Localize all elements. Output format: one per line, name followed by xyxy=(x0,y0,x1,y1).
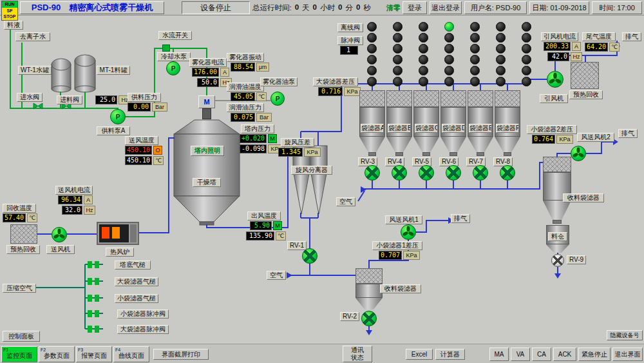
transport-fan-2[interactable] xyxy=(571,146,586,161)
tower-light-button[interactable]: 塔内照明 xyxy=(191,146,224,156)
supply-air-temp-unit: ℃ xyxy=(153,156,164,165)
bag-filter-unit: 袋滤器D RV-6 xyxy=(440,90,466,193)
bag-filter-unit: 袋滤器A RV-3 xyxy=(359,90,385,193)
supply-fan[interactable] xyxy=(52,227,67,242)
offline-valve-label: 离线阀 xyxy=(337,23,363,32)
rotary-valve[interactable] xyxy=(446,165,461,181)
valve-state-indicator xyxy=(419,22,428,32)
air-inlet-label-2: 空气 xyxy=(336,197,355,206)
hide-device-number-button[interactable]: 隐藏设备号 xyxy=(607,330,643,340)
tab-label: 参数页面 xyxy=(39,351,74,360)
preheat-recovery-1 xyxy=(10,224,37,244)
air-hammer-valve-icon[interactable] xyxy=(88,295,99,302)
bag-filter-cone xyxy=(413,137,439,152)
bag-filter-label: 袋滤器F xyxy=(496,124,519,133)
cyclone-label: 旋风分离器 xyxy=(291,166,332,175)
stop-state: STOP xyxy=(2,14,17,20)
fan-icon xyxy=(547,72,563,87)
valve-state-indicator xyxy=(419,66,428,75)
runtime-days: 0 xyxy=(295,3,299,13)
atomizer-current-value: 176.00 xyxy=(192,68,219,77)
emergency-stop-button[interactable]: 紧急停止 xyxy=(578,348,611,361)
tab-label: 报警页面 xyxy=(77,351,111,360)
valve-state-indicator xyxy=(496,33,506,43)
calculator-button[interactable]: 计算器 xyxy=(435,349,465,360)
login-button[interactable]: 登录 xyxy=(402,1,427,14)
exit-button[interactable]: 退出界面 xyxy=(612,348,643,361)
air-hammer-valve-icon[interactable] xyxy=(88,261,99,268)
cooling-water-pump[interactable]: P xyxy=(166,61,180,75)
valve-state-indicator xyxy=(393,55,402,64)
rv2-label: RV-2 xyxy=(340,312,359,321)
va-button[interactable]: VA xyxy=(511,348,530,361)
collect-filter-2-label: 收料袋滤器 xyxy=(563,193,604,202)
tab-label: 曲线页面 xyxy=(114,351,149,360)
furnace-label: 热风炉 xyxy=(106,248,134,257)
bag-filter-dp-label: 大袋滤器差压 xyxy=(313,77,358,86)
control-panel-button[interactable]: 控制面板 xyxy=(3,331,40,342)
rotary-valve-rv1[interactable] xyxy=(302,248,317,264)
tail-gas-temp-label: 尾气温度 xyxy=(582,32,616,41)
rotary-valve[interactable] xyxy=(473,165,488,181)
pulse-valve-icon[interactable] xyxy=(88,310,99,317)
valve-state-indicator xyxy=(393,77,402,86)
valve-state-indicator xyxy=(393,44,402,54)
bag-filter-label: 袋滤器E xyxy=(469,124,492,133)
screenshot-print-button[interactable]: 界面截屏打印 xyxy=(153,349,209,360)
feed-pump-a[interactable]: P xyxy=(110,109,126,124)
rotary-valve[interactable] xyxy=(419,165,434,181)
atomizer-motor[interactable]: M xyxy=(198,95,215,108)
tab-parameter-page[interactable]: F2 参数页面 xyxy=(39,346,75,362)
transport-fan-1[interactable] xyxy=(401,224,416,240)
pulse-valve-icon[interactable] xyxy=(88,326,99,333)
transport-fan-2-label: 风送风机2 xyxy=(577,133,614,142)
bag-filter-dp-value: 0.716 xyxy=(318,87,343,96)
valve-state-indicator xyxy=(470,66,480,75)
comm-status-button[interactable]: 通讯 状态 xyxy=(343,346,372,362)
valve-state-indicator xyxy=(367,22,377,32)
supply-air-temp-label: 送风温度 xyxy=(125,136,158,145)
collect-filter-outlet xyxy=(553,220,562,224)
compressed-air-label: 压缩空气 xyxy=(3,284,36,293)
bag-filter-cone xyxy=(359,137,385,152)
collect-filter-top xyxy=(355,268,383,284)
fan-icon xyxy=(401,225,415,239)
tab-alarm-page[interactable]: F3 报警页面 xyxy=(76,346,112,362)
induced-draft-fan[interactable] xyxy=(547,71,564,88)
outlet-temp-unit: ℃ xyxy=(276,231,286,240)
valve-state-indicator xyxy=(444,22,454,32)
excel-button[interactable]: Excel xyxy=(406,349,433,360)
tower-name-label: 干燥塔 xyxy=(193,178,221,187)
furnace-burner xyxy=(130,224,137,242)
atomizer-oil-pump[interactable]: P xyxy=(270,92,285,106)
rotary-valve[interactable] xyxy=(392,165,407,181)
rotary-valve-rv9[interactable] xyxy=(551,254,564,267)
ma-button[interactable]: MA xyxy=(489,348,509,361)
bag-filter-top xyxy=(386,90,412,107)
collect-filter-2 xyxy=(543,157,571,224)
ca-button[interactable]: CA xyxy=(532,348,551,361)
atomizer-vibration-unit: μm xyxy=(256,63,269,72)
valve-state-indicator xyxy=(496,55,506,64)
rotary-valve[interactable] xyxy=(500,165,515,181)
clear-runtime-button[interactable]: 清零 xyxy=(386,3,401,13)
valve-state-indicator xyxy=(470,22,480,32)
fan-icon xyxy=(571,146,585,161)
feed-pressure-label: 供料压力 xyxy=(128,93,161,102)
id-fan-current-label: 引风机电流 xyxy=(541,32,578,41)
ack-button[interactable]: ACK xyxy=(553,348,576,361)
valve-state-indicator xyxy=(419,44,428,54)
bag-filter-outlet xyxy=(477,152,484,156)
rotary-valve-rv2[interactable] xyxy=(361,311,377,326)
supply-fan-label: 送风机 xyxy=(46,245,75,254)
tab-monitor-page[interactable]: F1 监控页面 xyxy=(1,346,37,362)
comm-label-1: 通讯 xyxy=(343,346,372,354)
runtime-hours: 0 xyxy=(313,3,317,13)
outlet-temp-label: 出风温度 xyxy=(247,211,281,221)
valve-state-indicator xyxy=(367,77,377,86)
rotary-valve[interactable] xyxy=(365,165,380,181)
logout-button[interactable]: 退出登录 xyxy=(430,1,462,14)
tab-curve-page[interactable]: F4 曲线页面 xyxy=(113,346,149,362)
valve-state-indicator xyxy=(522,66,531,75)
air-hammer-valve-icon[interactable] xyxy=(88,278,99,285)
